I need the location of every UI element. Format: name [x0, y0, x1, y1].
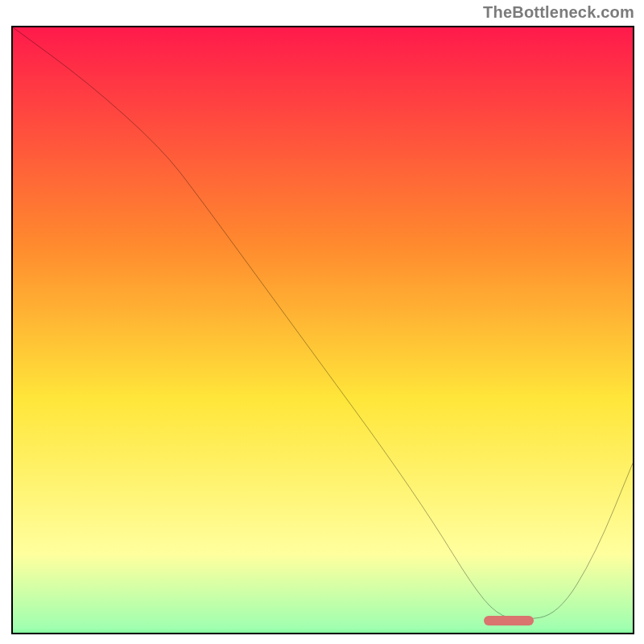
root: TheBottleneck.com [0, 0, 644, 644]
bottleneck-curve [13, 27, 633, 633]
watermark-text: TheBottleneck.com [483, 3, 634, 22]
chart-frame [11, 26, 634, 634]
optimal-range-marker [484, 616, 534, 625]
